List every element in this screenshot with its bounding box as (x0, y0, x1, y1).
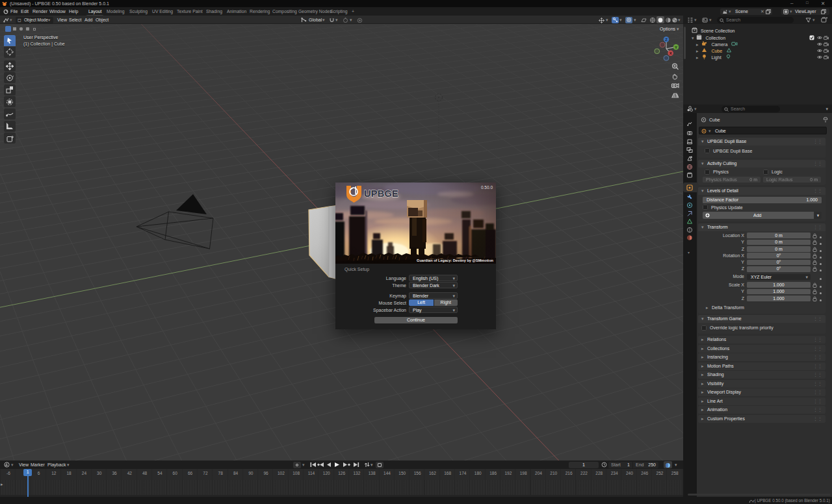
svg-text:Z: Z (665, 38, 668, 42)
svg-text:X: X (670, 51, 672, 55)
svg-text:0.50.0: 0.50.0 (481, 185, 493, 190)
svg-text:UPBGE: UPBGE (364, 188, 398, 199)
svg-text:Y: Y (675, 45, 677, 49)
svg-text:Guardian of Legacy: Destiny by: Guardian of Legacy: Destiny by @SMmotion (417, 258, 494, 262)
